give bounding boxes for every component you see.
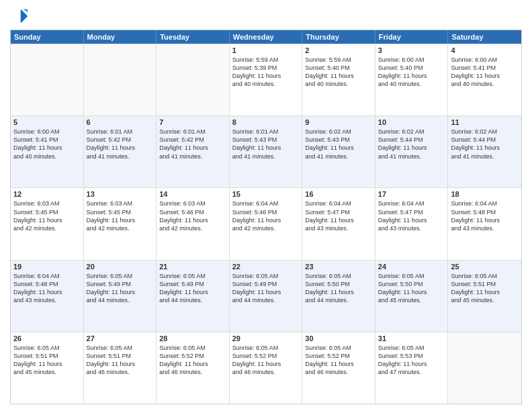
day-cell-15: 15Sunrise: 6:04 AM Sunset: 5:46 PM Dayli… [230, 188, 303, 259]
calendar-grid: SundayMondayTuesdayWednesdayThursdayFrid… [10, 30, 522, 404]
cell-info: Sunrise: 6:03 AM Sunset: 5:46 PM Dayligh… [159, 199, 226, 232]
header-cell-sunday: Sunday [11, 30, 84, 44]
day-cell-28: 28Sunrise: 6:05 AM Sunset: 5:52 PM Dayli… [157, 332, 230, 404]
day-number: 6 [87, 118, 154, 126]
cell-info: Sunrise: 5:59 AM Sunset: 5:39 PM Dayligh… [232, 56, 300, 89]
day-number: 30 [305, 334, 372, 342]
empty-cell [84, 44, 157, 116]
day-number: 11 [451, 118, 519, 126]
day-number: 25 [451, 263, 519, 271]
day-cell-25: 25Sunrise: 6:05 AM Sunset: 5:51 PM Dayli… [448, 261, 521, 332]
day-cell-31: 31Sunrise: 6:05 AM Sunset: 5:53 PM Dayli… [375, 332, 449, 404]
day-cell-23: 23Sunrise: 6:05 AM Sunset: 5:50 PM Dayli… [302, 261, 375, 332]
cell-info: Sunrise: 6:03 AM Sunset: 5:45 PM Dayligh… [87, 199, 154, 232]
cell-info: Sunrise: 6:04 AM Sunset: 5:48 PM Dayligh… [13, 272, 81, 305]
day-cell-16: 16Sunrise: 6:04 AM Sunset: 5:47 PM Dayli… [302, 188, 375, 259]
cell-info: Sunrise: 6:02 AM Sunset: 5:44 PM Dayligh… [378, 128, 445, 161]
day-cell-22: 22Sunrise: 6:05 AM Sunset: 5:49 PM Dayli… [230, 261, 303, 332]
day-number: 17 [378, 190, 445, 198]
day-cell-20: 20Sunrise: 6:05 AM Sunset: 5:49 PM Dayli… [84, 261, 157, 332]
day-cell-1: 1Sunrise: 5:59 AM Sunset: 5:39 PM Daylig… [230, 44, 303, 116]
day-cell-10: 10Sunrise: 6:02 AM Sunset: 5:44 PM Dayli… [375, 116, 449, 187]
day-cell-21: 21Sunrise: 6:05 AM Sunset: 5:49 PM Dayli… [157, 261, 230, 332]
calendar-week-4: 19Sunrise: 6:04 AM Sunset: 5:48 PM Dayli… [11, 260, 521, 332]
page-header [10, 7, 522, 26]
day-number: 4 [451, 46, 519, 54]
cell-info: Sunrise: 6:05 AM Sunset: 5:52 PM Dayligh… [305, 344, 372, 377]
day-number: 20 [87, 263, 154, 271]
logo [10, 7, 32, 26]
day-number: 12 [13, 190, 81, 198]
day-number: 21 [159, 263, 226, 271]
day-number: 16 [305, 190, 372, 198]
day-cell-27: 27Sunrise: 6:05 AM Sunset: 5:51 PM Dayli… [84, 332, 157, 404]
day-number: 9 [305, 118, 372, 126]
day-cell-2: 2Sunrise: 5:59 AM Sunset: 5:40 PM Daylig… [302, 44, 375, 116]
header-cell-thursday: Thursday [302, 30, 375, 44]
cell-info: Sunrise: 6:05 AM Sunset: 5:51 PM Dayligh… [13, 344, 81, 377]
day-number: 5 [13, 118, 81, 126]
day-cell-9: 9Sunrise: 6:02 AM Sunset: 5:43 PM Daylig… [302, 116, 375, 187]
day-number: 2 [305, 46, 372, 54]
cell-info: Sunrise: 6:05 AM Sunset: 5:50 PM Dayligh… [305, 272, 372, 305]
day-cell-29: 29Sunrise: 6:05 AM Sunset: 5:52 PM Dayli… [230, 332, 303, 404]
day-cell-30: 30Sunrise: 6:05 AM Sunset: 5:52 PM Dayli… [302, 332, 375, 404]
day-cell-14: 14Sunrise: 6:03 AM Sunset: 5:46 PM Dayli… [157, 188, 230, 259]
header-cell-wednesday: Wednesday [230, 30, 303, 44]
day-number: 15 [232, 190, 300, 198]
cell-info: Sunrise: 6:00 AM Sunset: 5:40 PM Dayligh… [378, 56, 445, 89]
day-cell-19: 19Sunrise: 6:04 AM Sunset: 5:48 PM Dayli… [11, 261, 84, 332]
cell-info: Sunrise: 6:04 AM Sunset: 5:47 PM Dayligh… [305, 199, 372, 232]
cell-info: Sunrise: 6:01 AM Sunset: 5:42 PM Dayligh… [87, 128, 154, 161]
cell-info: Sunrise: 6:05 AM Sunset: 5:53 PM Dayligh… [378, 344, 445, 377]
day-number: 8 [232, 118, 300, 126]
calendar-week-2: 5Sunrise: 6:00 AM Sunset: 5:41 PM Daylig… [11, 116, 521, 187]
day-number: 13 [87, 190, 154, 198]
cell-info: Sunrise: 6:00 AM Sunset: 5:41 PM Dayligh… [13, 128, 81, 161]
empty-cell [11, 44, 84, 116]
cell-info: Sunrise: 6:02 AM Sunset: 5:43 PM Dayligh… [305, 128, 372, 161]
day-cell-7: 7Sunrise: 6:01 AM Sunset: 5:42 PM Daylig… [157, 116, 230, 187]
empty-cell [448, 332, 521, 404]
day-cell-11: 11Sunrise: 6:02 AM Sunset: 5:44 PM Dayli… [448, 116, 521, 187]
cell-info: Sunrise: 6:02 AM Sunset: 5:44 PM Dayligh… [451, 128, 519, 161]
day-cell-6: 6Sunrise: 6:01 AM Sunset: 5:42 PM Daylig… [84, 116, 157, 187]
day-number: 31 [378, 334, 445, 342]
cell-info: Sunrise: 6:05 AM Sunset: 5:49 PM Dayligh… [159, 272, 226, 305]
day-cell-26: 26Sunrise: 6:05 AM Sunset: 5:51 PM Dayli… [11, 332, 84, 404]
cell-info: Sunrise: 6:04 AM Sunset: 5:48 PM Dayligh… [451, 199, 519, 232]
header-cell-tuesday: Tuesday [157, 30, 230, 44]
day-number: 1 [232, 46, 300, 54]
header-cell-friday: Friday [375, 30, 449, 44]
cell-info: Sunrise: 6:05 AM Sunset: 5:51 PM Dayligh… [87, 344, 154, 377]
day-number: 24 [378, 263, 445, 271]
day-number: 14 [159, 190, 226, 198]
day-number: 23 [305, 263, 372, 271]
day-number: 18 [451, 190, 519, 198]
day-cell-18: 18Sunrise: 6:04 AM Sunset: 5:48 PM Dayli… [448, 188, 521, 259]
day-number: 27 [87, 334, 154, 342]
cell-info: Sunrise: 6:05 AM Sunset: 5:52 PM Dayligh… [159, 344, 226, 377]
calendar-body: 1Sunrise: 5:59 AM Sunset: 5:39 PM Daylig… [11, 44, 521, 404]
cell-info: Sunrise: 6:00 AM Sunset: 5:41 PM Dayligh… [451, 56, 519, 89]
cell-info: Sunrise: 5:59 AM Sunset: 5:40 PM Dayligh… [305, 56, 372, 89]
cell-info: Sunrise: 6:01 AM Sunset: 5:42 PM Dayligh… [159, 128, 226, 161]
header-cell-monday: Monday [84, 30, 157, 44]
day-cell-3: 3Sunrise: 6:00 AM Sunset: 5:40 PM Daylig… [375, 44, 449, 116]
empty-cell [157, 44, 230, 116]
day-cell-12: 12Sunrise: 6:03 AM Sunset: 5:45 PM Dayli… [11, 188, 84, 259]
cell-info: Sunrise: 6:05 AM Sunset: 5:49 PM Dayligh… [87, 272, 154, 305]
calendar-page: SundayMondayTuesdayWednesdayThursdayFrid… [0, 0, 532, 411]
logo-icon [10, 7, 29, 26]
day-cell-13: 13Sunrise: 6:03 AM Sunset: 5:45 PM Dayli… [84, 188, 157, 259]
day-number: 29 [232, 334, 300, 342]
cell-info: Sunrise: 6:05 AM Sunset: 5:51 PM Dayligh… [451, 272, 519, 305]
calendar-week-5: 26Sunrise: 6:05 AM Sunset: 5:51 PM Dayli… [11, 332, 521, 404]
day-cell-24: 24Sunrise: 6:05 AM Sunset: 5:50 PM Dayli… [375, 261, 449, 332]
cell-info: Sunrise: 6:04 AM Sunset: 5:47 PM Dayligh… [378, 199, 445, 232]
cell-info: Sunrise: 6:03 AM Sunset: 5:45 PM Dayligh… [13, 199, 81, 232]
svg-marker-1 [23, 9, 28, 13]
day-number: 22 [232, 263, 300, 271]
day-cell-8: 8Sunrise: 6:01 AM Sunset: 5:43 PM Daylig… [230, 116, 303, 187]
cell-info: Sunrise: 6:01 AM Sunset: 5:43 PM Dayligh… [232, 128, 300, 161]
